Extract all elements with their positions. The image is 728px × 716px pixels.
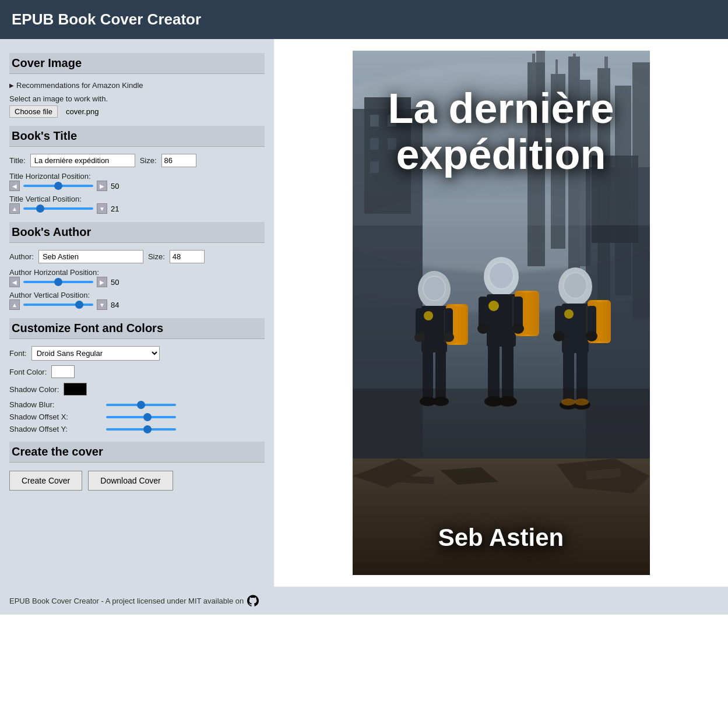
book-cover-preview: La dernière expédition Seb Astien [353,51,650,575]
author-v-position-row: ▲ ▼ 84 [9,299,265,310]
shadow-color-label: Shadow Color: [9,385,59,394]
download-cover-button[interactable]: Download Cover [88,471,173,491]
books-author-section: Book's Author Author: Size: Author Horiz… [9,222,265,310]
title-h-decrease-icon[interactable]: ◀ [9,181,20,191]
shadow-offset-y-row: Shadow Offset Y: [9,425,265,433]
svg-point-38 [414,333,425,342]
title-v-position-slider[interactable] [23,207,93,210]
app-header: EPUB Book Cover Creator [0,0,728,39]
shadow-offset-y-slider[interactable] [106,428,176,431]
cover-title-text: La dernière expédition [353,86,650,178]
author-h-position-section: Author Horizontal Position: ◀ ▶ 50 [9,268,265,287]
svg-point-45 [424,311,433,320]
create-section: Create the cover Create Cover Download C… [9,442,265,491]
title-v-position-section: Title Vertical Position: ▲ ▼ 21 [9,195,265,214]
svg-point-39 [444,333,454,342]
author-h-position-slider[interactable] [23,281,93,283]
author-size-label: Size: [148,252,165,261]
title-h-position-label: Title Horizontal Position: [9,172,265,181]
font-color-swatch[interactable] [51,365,75,378]
font-color-label: Font Color: [9,368,47,376]
shadow-blur-slider[interactable] [106,404,176,406]
choose-file-button[interactable]: Choose file [9,105,58,118]
shadow-blur-label: Shadow Blur: [9,400,103,409]
svg-point-70 [553,331,565,341]
app-footer: EPUB Book Cover Creator - A project lice… [0,587,728,615]
font-color-row: Font Color: [9,365,265,378]
create-section-header: Create the cover [9,442,265,463]
font-row: Font: Droid Sans Regular Arial Times New… [9,346,265,361]
cover-image-title: Cover Image [12,57,262,70]
title-h-position-slider[interactable] [23,185,93,187]
github-icon[interactable] [247,595,259,606]
font-label: Font: [9,349,27,358]
create-section-label: Create the cover [12,445,262,458]
shadow-offset-x-slider[interactable] [106,416,176,418]
author-h-position-label: Author Horizontal Position: [9,268,265,277]
left-panel: Cover Image Recommendations for Amazon K… [0,39,274,587]
title-input[interactable] [30,154,135,167]
author-v-position-section: Author Vertical Position: ▲ ▼ 84 [9,291,265,310]
right-panel: La dernière expédition Seb Astien [274,39,728,587]
font-colors-section: Customize Font and Colors Font: Droid Sa… [9,318,265,433]
font-colors-header: Customize Font and Colors [9,318,265,339]
title-size-label: Size: [140,156,157,165]
shadow-offset-y-label: Shadow Offset Y: [9,425,103,433]
shadow-color-swatch[interactable] [64,383,87,396]
author-input[interactable] [38,250,143,263]
cover-author-text: Seb Astien [353,524,650,552]
author-v-position-label: Author Vertical Position: [9,291,265,299]
title-label: Title: [9,156,26,165]
buttons-row: Create Cover Download Cover [9,471,265,491]
books-author-header: Book's Author [9,222,265,243]
shadow-offset-x-section: Shadow Offset X: [9,412,265,421]
svg-point-54 [477,323,489,334]
title-v-position-value: 21 [111,204,128,213]
svg-point-71 [586,331,597,341]
title-v-position-row: ▲ ▼ 21 [9,203,265,214]
shadow-color-row: Shadow Color: [9,383,265,396]
author-v-increase-icon[interactable]: ▼ [97,299,107,310]
svg-point-44 [424,277,445,300]
create-cover-button[interactable]: Create Cover [9,471,82,491]
shadow-blur-section: Shadow Blur: [9,400,265,409]
shadow-blur-row: Shadow Blur: [9,400,265,409]
recommendations-toggle[interactable]: Recommendations for Amazon Kindle [9,81,265,90]
app-title: EPUB Book Cover Creator [12,10,716,29]
svg-point-60 [490,263,513,288]
svg-point-55 [512,323,524,334]
font-colors-label: Customize Font and Colors [12,322,262,335]
author-v-position-slider[interactable] [23,304,93,306]
cover-image-section: Cover Image Recommendations for Amazon K… [9,53,265,118]
author-h-position-row: ◀ ▶ 50 [9,277,265,287]
books-title-section: Book's Title Title: Size: Title Horizont… [9,126,265,214]
author-size-input[interactable] [170,250,205,263]
svg-point-61 [488,301,499,311]
cover-image-header: Cover Image [9,53,265,74]
title-h-position-section: Title Horizontal Position: ◀ ▶ 50 [9,172,265,191]
file-input-row: Select an image to work with. Choose fil… [9,94,265,118]
title-size-input[interactable] [161,154,196,167]
main-layout: Cover Image Recommendations for Amazon K… [0,39,728,587]
footer-text: EPUB Book Cover Creator - A project lice… [9,597,244,605]
title-h-position-row: ◀ ▶ 50 [9,181,265,191]
filename-display: cover.png [66,107,99,116]
books-title-header: Book's Title [9,126,265,147]
author-h-increase-icon[interactable]: ▶ [97,277,107,287]
books-title-label: Book's Title [12,129,262,143]
title-v-position-label: Title Vertical Position: [9,195,265,203]
author-h-decrease-icon[interactable]: ◀ [9,277,20,287]
author-v-decrease-icon[interactable]: ▲ [9,299,20,310]
title-input-row: Title: Size: [9,154,265,167]
title-v-increase-icon[interactable]: ▼ [97,203,107,214]
title-v-decrease-icon[interactable]: ▲ [9,203,20,214]
author-label: Author: [9,252,34,261]
books-author-label: Book's Author [12,225,262,239]
file-select-label: Select an image to work with. [9,94,265,103]
title-h-increase-icon[interactable]: ▶ [97,181,107,191]
author-h-position-value: 50 [111,278,128,287]
shadow-offset-x-row: Shadow Offset X: [9,412,265,421]
font-select[interactable]: Droid Sans Regular Arial Times New Roman… [31,346,160,361]
svg-point-77 [564,309,574,319]
shadow-offset-x-label: Shadow Offset X: [9,412,103,421]
